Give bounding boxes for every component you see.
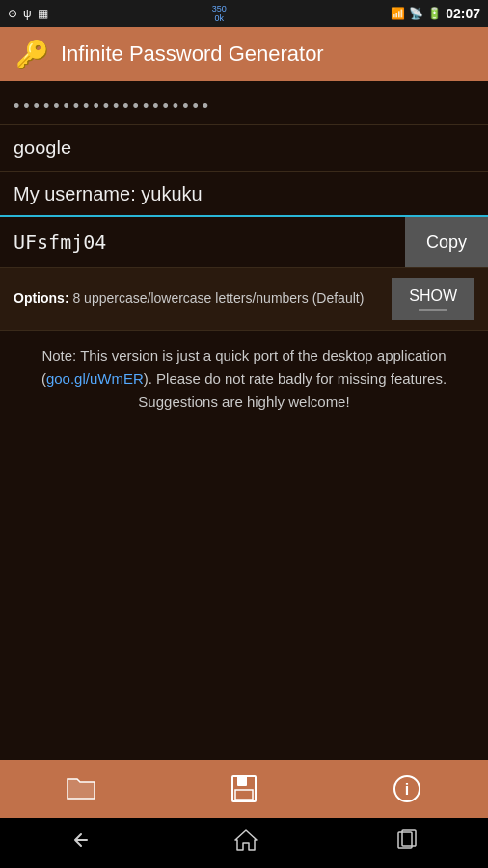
options-text: Options: 8 uppercase/lowercase letters/n… (14, 289, 382, 309)
password-dots-row: •••••••••••••••••••• (0, 81, 488, 125)
folder-button[interactable] (57, 765, 105, 813)
site-input-row[interactable] (0, 125, 488, 172)
network-status: 350 0k (212, 4, 227, 23)
back-button[interactable] (68, 828, 96, 857)
clipboard-icon: ▦ (38, 7, 48, 20)
username-label: My username: (14, 183, 141, 204)
svg-rect-1 (237, 776, 247, 786)
password-dots: •••••••••••••••••••• (14, 96, 212, 116)
nav-bar (0, 818, 488, 868)
note-text-after: ). Please do not rate badly for missing … (138, 370, 447, 410)
status-bar: ⊙ ψ ▦ 350 0k 📶 📡 🔋 02:07 (0, 0, 488, 27)
usb-icon: ψ (23, 7, 32, 20)
main-content: •••••••••••••••••••• My username: Copy O… (0, 81, 488, 760)
username-row[interactable]: My username: (0, 172, 488, 209)
show-button-underline (419, 309, 447, 311)
options-label: Options: (14, 290, 69, 306)
network-speed-bottom: 0k (215, 14, 225, 23)
app-logo-icon: 🔑 (15, 39, 49, 70)
recents-button[interactable] (395, 827, 420, 858)
username-input[interactable] (141, 183, 385, 205)
status-icons-right: 📶 📡 🔋 02:07 (391, 6, 480, 21)
copy-button[interactable]: Copy (405, 217, 488, 267)
generated-password-field[interactable] (0, 217, 405, 267)
status-icons-left: ⊙ ψ ▦ (8, 7, 48, 20)
show-button[interactable]: SHOW (392, 278, 474, 320)
show-button-label: SHOW (409, 287, 457, 305)
info-button[interactable]: i (383, 765, 431, 813)
note-text: Note: This version is just a quick port … (14, 344, 474, 414)
app-title: Infinite Password Generator (61, 41, 324, 67)
signal-icon: 📡 (409, 7, 423, 20)
site-input[interactable] (14, 137, 474, 159)
note-section: Note: This version is just a quick port … (0, 331, 488, 760)
svg-text:i: i (404, 781, 408, 798)
android-icon: ⊙ (8, 7, 17, 20)
generated-password-row: Copy (0, 217, 488, 268)
home-button[interactable] (232, 827, 259, 858)
clock: 02:07 (446, 6, 480, 21)
svg-rect-2 (235, 790, 253, 800)
options-description: 8 uppercase/lowercase letters/numbers (D… (72, 290, 364, 306)
battery-icon: 🔋 (427, 7, 442, 20)
save-button[interactable] (220, 765, 268, 813)
app-bar: 🔑 Infinite Password Generator (0, 27, 488, 81)
bottom-toolbar: i (0, 760, 488, 818)
network-speed-top: 350 (212, 4, 227, 14)
options-row: Options: 8 uppercase/lowercase letters/n… (0, 268, 488, 331)
note-link[interactable]: goo.gl/uWmER (46, 370, 144, 387)
wifi-icon: 📶 (391, 7, 405, 20)
